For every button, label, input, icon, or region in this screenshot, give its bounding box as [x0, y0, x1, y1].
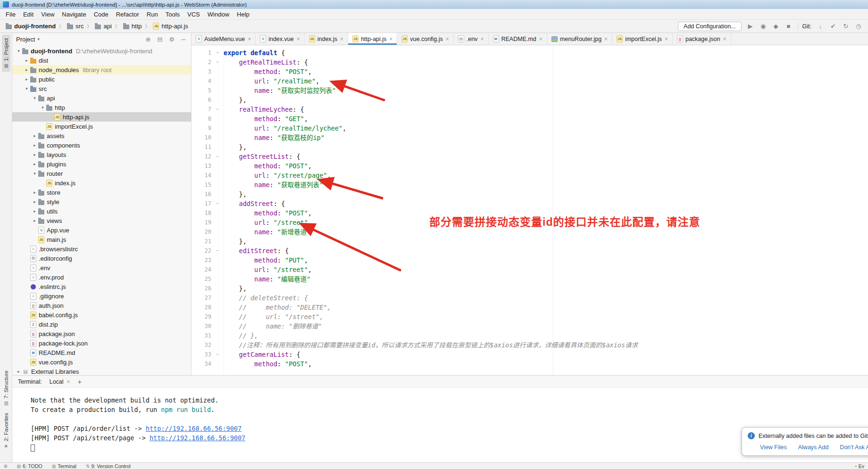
- tree-item-auth.json[interactable]: {}auth.json: [12, 301, 191, 310]
- tree-item-vue.config.js[interactable]: JSvue.config.js: [12, 357, 191, 367]
- tool-window-button-7-structure[interactable]: ▤7: Structure: [2, 367, 10, 409]
- notification-action-always-add[interactable]: Always Add: [798, 444, 829, 451]
- tree-item-.env.prod[interactable]: ≡.env.prod: [12, 272, 191, 282]
- breadcrumb-item-api[interactable]: api: [94, 23, 112, 30]
- line-number[interactable]: 8: [192, 114, 211, 123]
- line-number[interactable]: 25: [192, 274, 211, 284]
- line-number[interactable]: 14: [192, 171, 211, 180]
- tab-close-icon[interactable]: ×: [539, 36, 542, 42]
- collapse-icon[interactable]: ⊟: [156, 36, 164, 43]
- line-number[interactable]: 5: [192, 86, 211, 95]
- line-number[interactable]: 17: [192, 199, 211, 208]
- line-number[interactable]: 12: [192, 152, 211, 161]
- chevron-down-icon[interactable]: ▾: [37, 37, 40, 41]
- fold-icon[interactable]: −: [211, 105, 224, 114]
- fold-icon[interactable]: −: [211, 152, 224, 161]
- code-line-1[interactable]: 1−export default {: [192, 48, 868, 58]
- line-number[interactable]: 2: [192, 58, 211, 67]
- menu-help[interactable]: Help: [233, 9, 253, 19]
- code-line-30[interactable]: 30 // name: "删除巷道": [192, 321, 868, 331]
- statusbar-item-terminal[interactable]: ▥Terminal: [52, 463, 76, 469]
- line-number[interactable]: 23: [192, 255, 211, 265]
- tree-item-.gitignore[interactable]: ≡.gitignore: [12, 291, 191, 301]
- stop-icon[interactable]: ■: [784, 23, 793, 30]
- code-line-23[interactable]: 23 method: "PUT",: [192, 255, 868, 265]
- terminal-link[interactable]: http://192.168.66.56:9007: [146, 425, 242, 432]
- tree-item-layouts[interactable]: ▸layouts: [12, 150, 191, 159]
- fold-icon[interactable]: −: [211, 48, 224, 58]
- tab-close-icon[interactable]: ×: [480, 36, 484, 42]
- code-line-15[interactable]: 15 name: "获取巷道列表": [192, 180, 868, 189]
- profile-icon[interactable]: ◆: [771, 23, 781, 30]
- code-line-34[interactable]: 34 method: "POST",: [192, 359, 868, 369]
- line-number[interactable]: 18: [192, 208, 211, 218]
- tree-item-style[interactable]: ▸style: [12, 197, 191, 206]
- settings-icon[interactable]: ⚙: [168, 36, 175, 43]
- tab-close-icon[interactable]: ×: [446, 36, 449, 42]
- code-line-6[interactable]: 6 },: [192, 95, 868, 105]
- line-number[interactable]: 4: [192, 76, 211, 86]
- code-line-5[interactable]: 5 name: "获取实时监控列表": [192, 86, 868, 95]
- tree-item-http[interactable]: ▾http: [12, 103, 191, 112]
- title-bar[interactable]: duoji-frontend [D:\zheheWeb\duoji-fronte…: [0, 0, 868, 9]
- locate-icon[interactable]: ⊕: [144, 36, 152, 43]
- menu-file[interactable]: File: [2, 9, 19, 19]
- code-line-10[interactable]: 10 name: "获取荔枝的ip": [192, 133, 868, 142]
- tree-item-utils[interactable]: ▸utils: [12, 206, 191, 216]
- terminal-tab-local[interactable]: Local ×: [50, 378, 70, 385]
- tree-item-.env[interactable]: ≡.env: [12, 263, 191, 272]
- chevron-right-icon[interactable]: ▸: [31, 133, 38, 138]
- chevron-down-icon[interactable]: ▾: [39, 105, 46, 110]
- chevron-down-icon[interactable]: ▾: [23, 86, 30, 91]
- tab-http-api.js[interactable]: JShttp-api.js×: [348, 33, 397, 45]
- tree-item-importexcel.js[interactable]: JSimportExcel.js: [12, 122, 191, 131]
- tree-item-external-libraries[interactable]: ▸▤External Libraries: [12, 367, 191, 375]
- tab-close-icon[interactable]: ×: [340, 36, 343, 42]
- breadcrumb-item-src[interactable]: src: [66, 23, 84, 30]
- line-number[interactable]: 24: [192, 265, 211, 274]
- code-line-9[interactable]: 9 url: "/realTime/lychee",: [192, 123, 868, 133]
- tab-readme.md[interactable]: MREADME.md×: [489, 33, 547, 45]
- tree-item-app.vue[interactable]: VApp.vue: [12, 225, 191, 235]
- tab-asidemenu.vue[interactable]: VAsideMenu.vue×: [192, 33, 256, 45]
- chevron-right-icon[interactable]: ▸: [15, 369, 22, 374]
- tree-item-.editorconfig[interactable]: ⚙.editorconfig: [12, 254, 191, 263]
- tree-item-dist[interactable]: ▸dist: [12, 56, 191, 65]
- line-number[interactable]: 33: [192, 350, 211, 359]
- code-line-25[interactable]: 25 name: "编辑巷道": [192, 274, 868, 284]
- tree-item-public[interactable]: ▸public: [12, 74, 191, 84]
- tree-item-package.json[interactable]: {}package.json: [12, 329, 191, 338]
- line-number[interactable]: 3: [192, 67, 211, 76]
- statusbar-item-6-todo[interactable]: ▤6: TODO: [17, 463, 42, 469]
- close-icon[interactable]: ×: [67, 378, 70, 385]
- statusbar-item-grid[interactable]: ⊞: [4, 464, 8, 469]
- fold-icon[interactable]: −: [211, 350, 224, 359]
- tab-close-icon[interactable]: ×: [389, 36, 392, 42]
- line-number[interactable]: 21: [192, 237, 211, 246]
- code-line-17[interactable]: 17− addStreet: {: [192, 199, 868, 208]
- tree-item-.eslintrc.js[interactable]: .eslintrc.js: [12, 282, 191, 291]
- chevron-right-icon[interactable]: ▸: [31, 152, 38, 157]
- code-line-20[interactable]: 20 name: "新增巷道": [192, 227, 868, 237]
- hide-icon[interactable]: ─: [180, 36, 187, 43]
- tab-close-icon[interactable]: ×: [723, 36, 726, 42]
- chevron-right-icon[interactable]: ▸: [23, 67, 30, 72]
- code-line-21[interactable]: 21 },: [192, 237, 868, 246]
- commit-icon[interactable]: ✔: [828, 23, 838, 30]
- tree-item-store[interactable]: ▸store: [12, 188, 191, 197]
- code-line-4[interactable]: 4 url: "/realTime",: [192, 76, 868, 86]
- tab-close-icon[interactable]: ×: [604, 36, 608, 42]
- notification-action-view-files[interactable]: View Files: [760, 444, 787, 451]
- line-number[interactable]: 27: [192, 293, 211, 303]
- project-panel-title[interactable]: Project: [16, 36, 35, 43]
- tree-item-readme.md[interactable]: MREADME.md: [12, 348, 191, 357]
- code-line-26[interactable]: 26 },: [192, 284, 868, 293]
- code-line-12[interactable]: 12− getStreetList: {: [192, 152, 868, 161]
- line-number[interactable]: 15: [192, 180, 211, 189]
- breadcrumb-item-http-api.js[interactable]: JShttp-api.js: [152, 23, 189, 30]
- notification-action-don-t-ask-again[interactable]: Don't Ask Again: [840, 444, 868, 451]
- chevron-down-icon[interactable]: ▾: [31, 171, 38, 176]
- chevron-right-icon[interactable]: ▸: [31, 190, 38, 195]
- code-line-14[interactable]: 14 url: "/street/page",: [192, 171, 868, 180]
- menu-window[interactable]: Window: [204, 9, 233, 19]
